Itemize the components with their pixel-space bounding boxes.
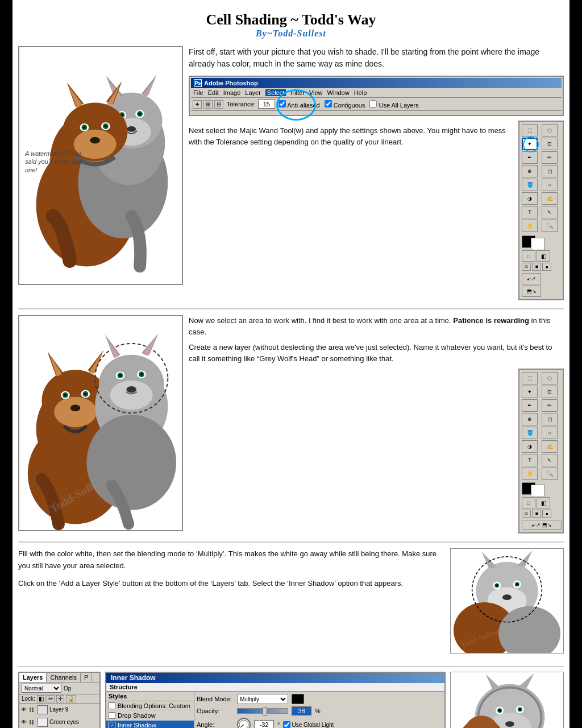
eye-layer9[interactable]: 👁: [20, 706, 27, 713]
t2-blur[interactable]: ○: [542, 427, 558, 439]
contiguous-option[interactable]: Contiguous: [325, 100, 365, 109]
use-all-layers-option[interactable]: Use All Layers: [369, 100, 418, 109]
opacity-label: Op: [64, 685, 71, 692]
menu-view[interactable]: View: [309, 89, 323, 96]
t2-action-1[interactable]: ⬐↗ ⬒↘: [522, 520, 562, 530]
standard-mode[interactable]: □: [522, 250, 535, 262]
angle-wheel[interactable]: [237, 718, 251, 728]
t2-eraser[interactable]: ◻: [542, 413, 558, 425]
menu-edit[interactable]: Edit: [208, 89, 219, 96]
t2-wand[interactable]: ✦: [522, 386, 538, 398]
background-color[interactable]: [531, 238, 544, 250]
tolerance-input[interactable]: [258, 100, 275, 109]
opacity-value-input[interactable]: [292, 706, 311, 715]
menu-image[interactable]: Image: [223, 89, 241, 96]
tool-eraser[interactable]: ◻: [542, 165, 558, 177]
tool-zoom[interactable]: 🔍: [542, 220, 558, 232]
tool-blur[interactable]: ○: [542, 179, 558, 191]
t2-text[interactable]: T: [522, 454, 538, 466]
section1-bottom: Next select the Majic Wand Tool(w) and a…: [189, 121, 564, 300]
tool-wand[interactable]: ✦: [522, 138, 538, 150]
tool-dodge[interactable]: ◑: [522, 192, 538, 205]
menu-help[interactable]: Help: [354, 89, 367, 96]
t2-zoom[interactable]: 🔍: [542, 468, 558, 480]
screen-mode-2[interactable]: ▣: [532, 263, 541, 271]
tool-brush[interactable]: ✏: [542, 151, 558, 164]
menu-select[interactable]: Select: [265, 89, 286, 96]
tool-marquee[interactable]: ⬚: [522, 124, 538, 136]
tool-paint[interactable]: 🪣: [522, 179, 538, 191]
t2-marquee[interactable]: ⬚: [522, 372, 538, 384]
checkbox-blending[interactable]: [109, 702, 115, 709]
layer-row-9[interactable]: 👁 ⛓ Layer 9: [19, 704, 99, 716]
wand-tool-option[interactable]: ✦: [193, 100, 202, 109]
t2-dodge[interactable]: ◑: [522, 440, 538, 453]
style-blending-options[interactable]: Blending Options: Custom: [106, 701, 194, 711]
t2-sm1[interactable]: ⊡: [522, 510, 531, 518]
tool-select2[interactable]: ↖: [542, 206, 558, 218]
t2-bg-color[interactable]: [531, 485, 544, 497]
tool-crop[interactable]: ⊡: [542, 138, 558, 150]
t2-hand[interactable]: ✋: [522, 468, 538, 480]
tab-layers[interactable]: Layers: [19, 673, 47, 682]
tool-pen[interactable]: ✍: [542, 192, 558, 205]
t2-paint[interactable]: 🪣: [522, 427, 538, 439]
tool-hand[interactable]: ✋: [522, 220, 538, 232]
action-btn-2[interactable]: ⬒↘: [522, 286, 541, 297]
style-inner-shadow[interactable]: ✓ Inner Shadow: [106, 721, 194, 728]
menu-file[interactable]: File: [193, 89, 203, 96]
tool-clone[interactable]: ⊕: [522, 165, 538, 177]
t2-eyedropper[interactable]: ✒: [522, 399, 538, 412]
wand-option-2[interactable]: ⊞: [203, 100, 213, 109]
tool-text[interactable]: T: [522, 206, 538, 218]
dialog-content: Styles Blending Options: Custom Drop Sha…: [106, 692, 444, 728]
screen-mode-3[interactable]: ■: [542, 263, 551, 271]
tool-lasso[interactable]: ◌: [542, 124, 558, 136]
t2-screen-modes: ⊡ ▣ ■: [522, 510, 560, 518]
screen-mode-1[interactable]: ⊡: [522, 263, 531, 271]
svg-point-74: [516, 583, 518, 585]
checkbox-drop-shadow[interactable]: [109, 712, 115, 719]
checkbox-inner-shadow[interactable]: ✓: [109, 722, 115, 728]
link-green-eyes[interactable]: ⛓: [29, 719, 36, 725]
global-light-label[interactable]: Use Global Light: [283, 721, 334, 729]
opacity-handle[interactable]: [263, 708, 267, 715]
eye-green-eyes[interactable]: 👁: [20, 719, 27, 726]
t2-sm2[interactable]: ▣: [532, 510, 541, 518]
lock-all[interactable]: 🔒: [66, 695, 76, 702]
tool-eyedropper[interactable]: ✒: [522, 151, 538, 164]
style-drop-shadow[interactable]: Drop Shadow: [106, 711, 194, 721]
blend-mode-dropdown[interactable]: Multiply Normal: [237, 694, 288, 704]
anti-aliased-option[interactable]: Anti-aliased: [278, 100, 320, 109]
layer-row-green-eyes[interactable]: 👁 ⛓ Green eyes: [19, 716, 99, 728]
t2-select[interactable]: ↖: [542, 454, 558, 466]
svg-point-62: [86, 415, 176, 510]
global-light-checkbox[interactable]: [283, 721, 290, 729]
wand-option-3[interactable]: ⊟: [214, 100, 223, 109]
t2-lasso[interactable]: ◌: [542, 372, 558, 384]
t2-pen[interactable]: ✍: [542, 440, 558, 453]
lock-paint[interactable]: ✏: [47, 695, 55, 702]
opacity-slider[interactable]: [237, 708, 288, 714]
menu-window[interactable]: Window: [327, 89, 350, 96]
blend-mode-select[interactable]: Normal Multiply: [22, 684, 61, 693]
lock-move[interactable]: ✛: [56, 695, 64, 702]
tab-channels[interactable]: Channels: [47, 673, 80, 682]
t2-clone[interactable]: ⊕: [522, 413, 538, 425]
menu-layer[interactable]: Layer: [245, 89, 261, 96]
link-layer9[interactable]: ⛓: [29, 707, 36, 713]
t2-sm3[interactable]: ■: [542, 510, 551, 518]
t2-standard[interactable]: □: [522, 497, 535, 508]
tolerance-label: Tolerance:: [227, 101, 256, 107]
t2-brush[interactable]: ✏: [542, 399, 558, 412]
thumb-green-eyes: [38, 718, 48, 727]
t2-crop[interactable]: ⊡: [542, 386, 558, 398]
quick-mask[interactable]: ◧: [537, 250, 550, 262]
tab-paths[interactable]: P: [81, 673, 92, 682]
t2-quickmask[interactable]: ◧: [537, 497, 550, 508]
action-btn-1[interactable]: ⬐↗: [522, 273, 541, 284]
menu-filter[interactable]: Filter: [290, 89, 304, 96]
shadow-color-box[interactable]: [292, 694, 304, 704]
lock-transparent[interactable]: ◧: [37, 695, 45, 702]
angle-value-input[interactable]: [254, 720, 274, 728]
